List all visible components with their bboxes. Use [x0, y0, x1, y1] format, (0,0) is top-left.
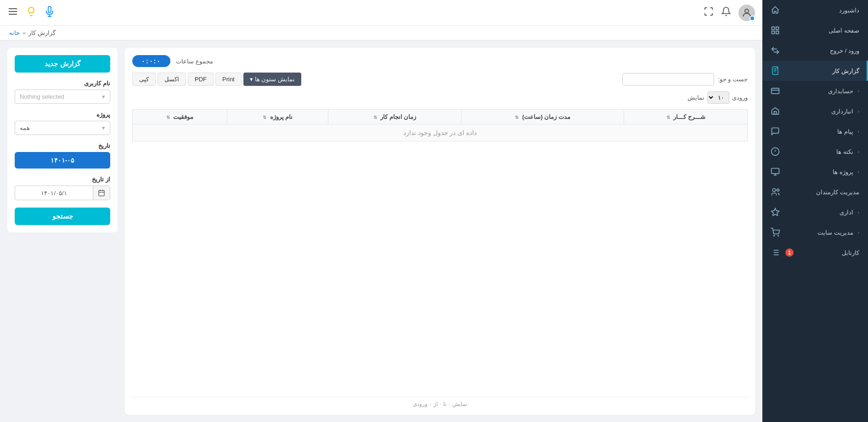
- home-icon: [770, 5, 781, 16]
- svg-rect-3: [772, 31, 775, 34]
- empty-message: داده ای در جدول وجود ندارد: [133, 124, 748, 141]
- filter-project-label: پروژه: [15, 111, 110, 118]
- show-label: نمایش: [688, 94, 705, 101]
- svg-rect-2: [776, 31, 779, 34]
- main-wrapper: گزارش کار » خانه مجموع ساعات ۰:۰:۰ جست و…: [0, 0, 762, 422]
- sidebar-item-label: مدیریت سایت: [785, 229, 853, 236]
- breadcrumb-current: گزارش کار: [28, 29, 56, 36]
- kartable-icon: [770, 247, 781, 258]
- filter-user-field: نام کاربری ▾ Nothing selected: [15, 80, 110, 104]
- sidebar-item-label: پیام ها: [785, 128, 853, 135]
- calendar-icon[interactable]: [93, 186, 110, 200]
- filter-from-date-input: ۱۴۰۱/۰۵/۱: [15, 186, 110, 200]
- filter-date-btn[interactable]: ۱۴۰۱-۰۵: [15, 152, 110, 169]
- chevron-left-icon: ‹: [858, 210, 859, 215]
- svg-rect-25: [99, 191, 104, 196]
- lightbulb-icon[interactable]: [26, 6, 37, 19]
- sidebar-item-work-report[interactable]: گزارش کار: [762, 61, 868, 81]
- breadcrumb-home[interactable]: خانه: [9, 29, 20, 36]
- avatar-badge: [750, 16, 755, 21]
- sidebar: داشبورد صفحه اصلی ورود / خروج گزارش کار …: [762, 0, 868, 422]
- sidebar-item-kartable[interactable]: کارتابل 1: [762, 242, 868, 263]
- excel-btn[interactable]: اکسل: [158, 73, 186, 86]
- topbar: [0, 0, 762, 26]
- sidebar-item-label: اداری: [785, 209, 853, 216]
- mic-icon[interactable]: [44, 6, 55, 19]
- search-label: جست و جو:: [718, 76, 748, 83]
- sidebar-item-site-management[interactable]: ‹ مدیریت سایت: [762, 222, 868, 242]
- columns-btn[interactable]: نمایش ستون ها ▾: [243, 73, 301, 86]
- topbar-left: [704, 5, 755, 21]
- filter-project-select[interactable]: ▾ همه: [15, 121, 110, 135]
- projects-icon: [770, 166, 781, 177]
- total-hours-row: مجموع ساعات ۰:۰:۰: [132, 55, 748, 67]
- chevron-left-icon: ‹: [858, 230, 859, 235]
- sort-icon: ⇅: [373, 115, 377, 120]
- bell-icon[interactable]: [721, 6, 731, 19]
- svg-point-21: [745, 9, 749, 13]
- pdf-btn[interactable]: PDF: [188, 73, 214, 86]
- sidebar-item-main-page[interactable]: صفحه اصلی: [762, 20, 868, 40]
- table-container: شـــرح کـــار ⇅ مدت زمان (ساعت) ⇅ زمان ا…: [132, 109, 748, 141]
- toolbar-btn-group: نمایش ستون ها ▾ Print PDF اکسل کپی: [132, 73, 301, 86]
- sidebar-item-label: داشبورد: [785, 7, 859, 14]
- sidebar-item-notes[interactable]: ‹ نکته ها: [762, 141, 868, 162]
- sidebar-item-dashboard[interactable]: داشبورد: [762, 0, 868, 20]
- sidebar-item-projects[interactable]: ‹ پروژه ها: [762, 162, 868, 182]
- sidebar-item-warehouse[interactable]: ‹ انبارداری: [762, 101, 868, 121]
- search-btn[interactable]: جستجو: [15, 208, 110, 225]
- breadcrumb-separator: »: [23, 29, 26, 36]
- chevron-left-icon: ‹: [858, 149, 859, 154]
- chevron-down-icon: ▾: [102, 124, 105, 131]
- filter-user-label: نام کاربری: [15, 80, 110, 87]
- filter-user-select[interactable]: ▾ Nothing selected: [15, 90, 110, 104]
- svg-rect-0: [772, 27, 775, 30]
- sidebar-item-label: پروژه ها: [785, 169, 853, 175]
- chevron-left-icon: ‹: [858, 129, 859, 134]
- filter-panel: گزارش جدید نام کاربری ▾ Nothing selected…: [7, 48, 118, 232]
- copy-btn[interactable]: کپی: [132, 73, 156, 86]
- svg-point-12: [777, 189, 779, 191]
- page-content: مجموع ساعات ۰:۰:۰ جست و جو: نمایش ستون ه…: [0, 40, 762, 422]
- report-icon: [770, 65, 781, 76]
- chevron-down-icon: ▾: [102, 93, 105, 100]
- filter-from-date-label: از تاریخ: [15, 176, 110, 183]
- svg-rect-5: [772, 88, 779, 94]
- table-row-empty: داده ای در جدول وجود ندارد: [133, 124, 748, 141]
- col-project-name: نام پروژه ⇅: [227, 110, 328, 124]
- print-btn[interactable]: Print: [215, 73, 242, 86]
- filter-date-field: تاریخ ۱۴۰۱-۰۵: [15, 142, 110, 169]
- search-row: جست و جو:: [622, 73, 748, 85]
- expand-icon[interactable]: [704, 6, 714, 19]
- show-select[interactable]: ۱۰ ۲۵ ۵۰: [707, 91, 729, 104]
- filter-project-value: همه: [20, 124, 30, 131]
- filter-user-placeholder: Nothing selected: [20, 93, 64, 100]
- new-report-btn[interactable]: گزارش جدید: [15, 55, 110, 73]
- col-duration: مدت زمان (ساعت) ⇅: [461, 110, 624, 124]
- sort-icon: ⇅: [166, 115, 170, 120]
- table-area: مجموع ساعات ۰:۰:۰ جست و جو: نمایش ستون ه…: [125, 48, 755, 415]
- menu-icon[interactable]: [7, 6, 18, 19]
- chevron-left-icon: ‹: [858, 109, 859, 114]
- breadcrumb: گزارش کار » خانه: [0, 26, 762, 40]
- col-description: شـــرح کـــار ⇅: [624, 110, 748, 124]
- avatar[interactable]: [738, 5, 755, 21]
- accounting-icon: [770, 85, 781, 96]
- sidebar-item-label: کارتابل: [798, 249, 859, 256]
- sidebar-item-employee-management[interactable]: مدیریت کارمندان: [762, 182, 868, 202]
- sidebar-item-login-logout[interactable]: ورود / خروج: [762, 40, 868, 61]
- sidebar-item-messages[interactable]: ‹ پیام ها: [762, 121, 868, 141]
- search-input[interactable]: [622, 73, 714, 85]
- svg-rect-6: [774, 112, 777, 114]
- sidebar-item-accounting[interactable]: ‹ حسابداری: [762, 81, 868, 101]
- sidebar-item-admin[interactable]: ‹ اداری: [762, 202, 868, 222]
- sidebar-item-label: مدیریت کارمندان: [785, 189, 859, 196]
- chevron-left-icon: ‹: [858, 89, 859, 94]
- show-type: ورودی: [732, 94, 748, 101]
- chevron-left-icon: ‹: [858, 169, 859, 174]
- sidebar-item-label: صفحه اصلی: [785, 27, 859, 34]
- chevron-down-icon: ▾: [250, 76, 253, 83]
- warehouse-icon: [770, 106, 781, 117]
- filter-from-date-value: ۱۴۰۱/۰۵/۱: [15, 186, 93, 200]
- sidebar-item-label: انبارداری: [785, 108, 853, 115]
